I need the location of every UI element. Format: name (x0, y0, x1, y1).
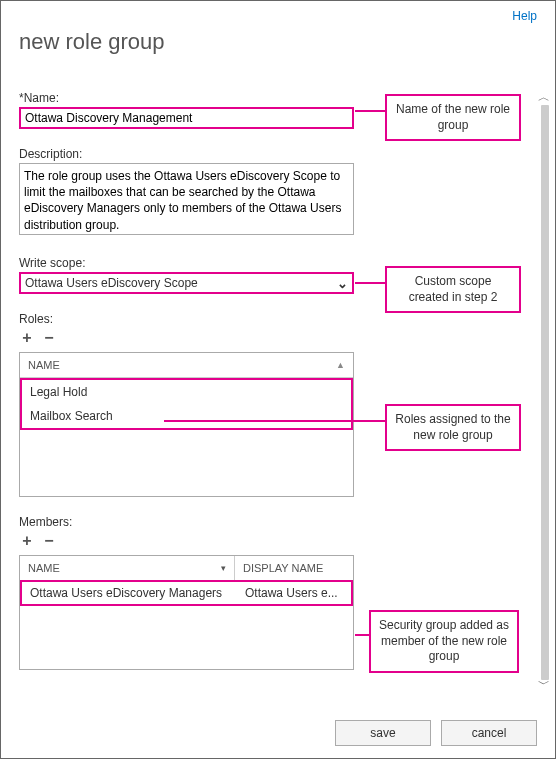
write-scope-selected: Ottawa Users eDiscovery Scope (25, 276, 337, 290)
connector-line (355, 110, 385, 112)
plus-icon[interactable]: + (19, 330, 35, 346)
chevron-down-icon: ▾ (221, 563, 226, 573)
description-textarea[interactable]: The role group uses the Ottawa Users eDi… (19, 163, 354, 235)
minus-icon[interactable]: − (41, 533, 57, 549)
list-item[interactable]: Legal Hold (22, 380, 351, 404)
roles-header-name-text: NAME (28, 359, 60, 371)
roles-listbox[interactable]: NAME ▲ Legal Hold Mailbox Search (19, 352, 354, 497)
members-header-name[interactable]: NAME ▾ (20, 556, 235, 580)
sort-asc-icon: ▲ (336, 360, 345, 370)
description-label: Description: (19, 147, 537, 161)
chevron-down-icon: ⌄ (337, 276, 348, 291)
annotation-roles: Roles assigned to the new role group (385, 404, 521, 451)
annotation-members: Security group added as member of the ne… (369, 610, 519, 673)
annotation-scope: Custom scope created in step 2 (385, 266, 521, 313)
name-input[interactable] (19, 107, 354, 129)
connector-line (355, 282, 385, 284)
members-listbox[interactable]: NAME ▾ DISPLAY NAME Ottawa Users eDiscov… (19, 555, 354, 670)
page-title: new role group (19, 29, 555, 55)
table-row[interactable]: Ottawa Users eDiscovery Managers Ottawa … (20, 580, 353, 606)
write-scope-select[interactable]: Ottawa Users eDiscovery Scope ⌄ (19, 272, 354, 294)
list-item[interactable]: Mailbox Search (22, 404, 351, 428)
cancel-button[interactable]: cancel (441, 720, 537, 746)
members-label: Members: (19, 515, 537, 529)
connector-line (164, 420, 385, 422)
annotation-name: Name of the new role group (385, 94, 521, 141)
scroll-up-icon[interactable]: ︿ (538, 89, 550, 106)
help-link[interactable]: Help (512, 9, 537, 23)
members-cell-name: Ottawa Users eDiscovery Managers (22, 582, 237, 604)
roles-header-name[interactable]: NAME ▲ (20, 353, 353, 377)
plus-icon[interactable]: + (19, 533, 35, 549)
members-header-name-text: NAME (28, 562, 60, 574)
minus-icon[interactable]: − (41, 330, 57, 346)
roles-label: Roles: (19, 312, 537, 326)
connector-line (355, 634, 369, 636)
members-header-display-text: DISPLAY NAME (243, 562, 323, 574)
members-cell-display: Ottawa Users e... (237, 582, 351, 604)
scrollbar[interactable]: ︿ ﹀ (539, 91, 551, 691)
scroll-down-icon[interactable]: ﹀ (538, 676, 550, 693)
save-button[interactable]: save (335, 720, 431, 746)
members-header-display[interactable]: DISPLAY NAME (235, 556, 353, 580)
scroll-thumb[interactable] (541, 105, 549, 680)
